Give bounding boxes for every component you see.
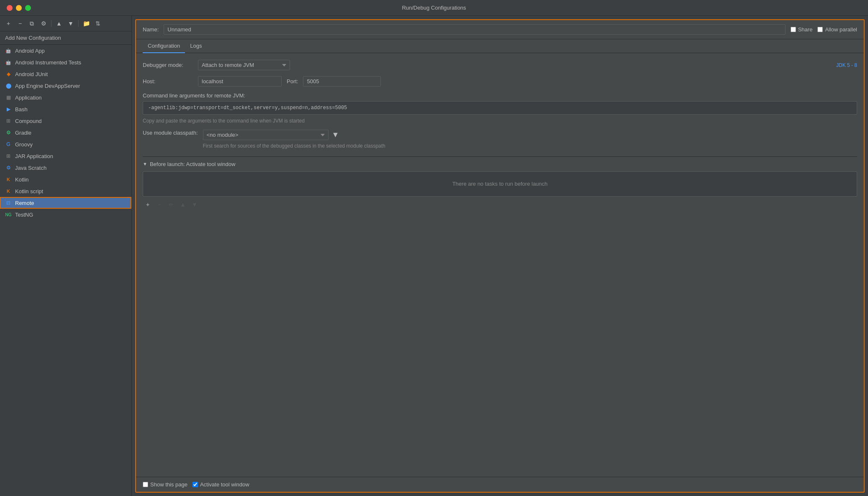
remove-config-button[interactable]: − [15, 18, 25, 28]
window-title: Run/Debug Configurations [402, 5, 466, 11]
before-launch-down-button[interactable]: ▼ [190, 200, 200, 209]
android-app-icon: 🤖 [5, 47, 12, 54]
show-page-label[interactable]: Show this page [143, 481, 187, 488]
before-launch-toolbar: + − ✏ ▲ ▼ [143, 200, 857, 209]
before-launch-header[interactable]: ▼ Before launch: Activate tool window [143, 157, 857, 171]
module-classpath-label: Use module classpath: [143, 130, 198, 136]
sidebar-item-application[interactable]: ▦ Application [0, 92, 131, 103]
tab-configuration[interactable]: Configuration [143, 39, 185, 53]
sidebar-item-jar-application[interactable]: ⊞ JAR Application [0, 150, 131, 162]
before-launch-title: Before launch: Activate tool window [150, 161, 236, 167]
sidebar-item-kotlin[interactable]: K Kotlin [0, 174, 131, 185]
show-page-checkbox[interactable] [143, 482, 148, 487]
no-tasks-text: There are no tasks to run before launch [452, 181, 548, 187]
toolbar-divider-2 [78, 20, 79, 27]
host-input[interactable] [198, 76, 282, 87]
port-label: Port: [287, 78, 298, 84]
application-icon: ▦ [5, 94, 12, 101]
sidebar-item-testng-label: TestNG [15, 212, 33, 218]
move-down-button[interactable]: ▼ [66, 18, 76, 28]
minimize-button[interactable] [16, 5, 22, 11]
sidebar-item-app-engine[interactable]: ⬤ App Engine DevAppServer [0, 80, 131, 92]
add-config-toolbar-button[interactable]: + [3, 18, 13, 28]
maximize-button[interactable] [25, 5, 31, 11]
before-launch-chevron-icon: ▼ [143, 161, 147, 166]
sidebar-item-android-instrumented-label: Android Instrumented Tests [15, 59, 81, 66]
title-bar: Run/Debug Configurations [0, 0, 868, 16]
before-launch-add-button[interactable]: + [143, 200, 153, 209]
copy-config-button[interactable]: ⧉ [27, 18, 37, 28]
allow-parallel-label: Allow parallel [825, 26, 857, 33]
jdk-link[interactable]: JDK 5 - 8 [836, 62, 857, 68]
debugger-mode-label: Debugger mode: [143, 62, 193, 68]
sidebar-item-remote[interactable]: ⊟ Remote [0, 197, 131, 209]
module-expand-icon[interactable]: ▼ [332, 130, 339, 139]
cmd-section: Command line arguments for remote JVM: -… [143, 92, 857, 124]
activate-window-label[interactable]: Activate tool window [193, 481, 249, 488]
sidebar-item-groovy[interactable]: G Groovy [0, 138, 131, 150]
kotlin-script-icon: K [5, 188, 12, 194]
sidebar-list: 🤖 Android App 🤖 Android Instrumented Tes… [0, 45, 131, 496]
sidebar-item-gradle[interactable]: ⚙ Gradle [0, 127, 131, 138]
toolbar-divider [51, 20, 51, 27]
add-new-configuration-button[interactable]: Add New Configuration [0, 31, 131, 45]
sort-button[interactable]: ⇅ [93, 18, 103, 28]
sidebar-item-android-instrumented[interactable]: 🤖 Android Instrumented Tests [0, 56, 131, 68]
app-engine-icon: ⬤ [5, 82, 12, 89]
header-right: Share Allow parallel [791, 26, 857, 33]
cmd-hint: Copy and paste the arguments to the comm… [143, 118, 857, 124]
sidebar-toolbar: + − ⧉ ⚙ ▲ ▼ 📁 ⇅ [0, 16, 131, 31]
before-launch-remove-button[interactable]: − [154, 200, 164, 209]
before-launch-section: ▼ Before launch: Activate tool window Th… [143, 156, 857, 209]
activate-window-checkbox[interactable] [193, 482, 198, 487]
folder-button[interactable]: 📁 [81, 18, 91, 28]
sidebar-item-testng[interactable]: NG TestNG [0, 209, 131, 220]
sidebar-item-kotlin-script-label: Kotlin script [15, 188, 43, 194]
android-junit-icon: ◆ [5, 71, 12, 77]
before-launch-up-button[interactable]: ▲ [178, 200, 188, 209]
debugger-mode-row: Debugger mode: Attach to remote JVM List… [143, 60, 857, 70]
config-header: Name: Share Allow parallel [136, 20, 864, 39]
sidebar-item-compound-label: Compound [15, 118, 42, 124]
close-button[interactable] [7, 5, 13, 11]
module-hint: First search for sources of the debugged… [203, 143, 857, 150]
sidebar-item-bash[interactable]: ▶ Bash [0, 103, 131, 115]
sidebar-item-jar-application-label: JAR Application [15, 153, 53, 159]
sidebar-item-compound[interactable]: ⊞ Compound [0, 115, 131, 127]
sidebar-item-java-scratch[interactable]: ⚙ Java Scratch [0, 162, 131, 174]
cmd-label: Command line arguments for remote JVM: [143, 92, 857, 99]
name-input[interactable] [164, 24, 785, 35]
share-checkbox-label[interactable]: Share [791, 26, 813, 33]
tab-logs[interactable]: Logs [185, 39, 207, 53]
content-panel: Name: Share Allow parallel Configuration… [135, 19, 865, 493]
name-label: Name: [143, 26, 159, 33]
sidebar-item-application-label: Application [15, 95, 42, 101]
kotlin-icon: K [5, 176, 12, 183]
sidebar-item-android-app[interactable]: 🤖 Android App [0, 45, 131, 56]
java-scratch-icon: ⚙ [5, 164, 12, 171]
sidebar-item-java-scratch-label: Java Scratch [15, 165, 46, 171]
share-label: Share [798, 26, 813, 33]
port-input[interactable] [303, 76, 381, 87]
main-container: + − ⧉ ⚙ ▲ ▼ 📁 ⇅ Add New Configuration 🤖 … [0, 16, 868, 496]
debugger-mode-select[interactable]: Attach to remote JVM Listen to remote JV… [198, 60, 290, 70]
bash-icon: ▶ [5, 106, 12, 112]
move-up-button[interactable]: ▲ [54, 18, 64, 28]
activate-window-text: Activate tool window [200, 481, 249, 488]
before-launch-edit-button[interactable]: ✏ [166, 200, 176, 209]
module-classpath-select[interactable]: <no module> [203, 130, 329, 140]
jar-application-icon: ⊞ [5, 153, 12, 159]
sidebar-item-android-app-label: Android App [15, 48, 45, 54]
sidebar-item-kotlin-script[interactable]: K Kotlin script [0, 185, 131, 197]
sidebar-item-android-junit[interactable]: ◆ Android JUnit [0, 68, 131, 80]
sidebar-item-gradle-label: Gradle [15, 130, 31, 136]
android-instrumented-icon: 🤖 [5, 59, 12, 66]
before-launch-body: There are no tasks to run before launch [143, 171, 857, 197]
allow-parallel-checkbox[interactable] [817, 27, 823, 32]
settings-button[interactable]: ⚙ [39, 18, 49, 28]
show-page-text: Show this page [150, 481, 187, 488]
host-port-row: Host: Port: [143, 76, 857, 87]
share-checkbox[interactable] [791, 27, 796, 32]
compound-icon: ⊞ [5, 118, 12, 124]
allow-parallel-checkbox-label[interactable]: Allow parallel [817, 26, 857, 33]
